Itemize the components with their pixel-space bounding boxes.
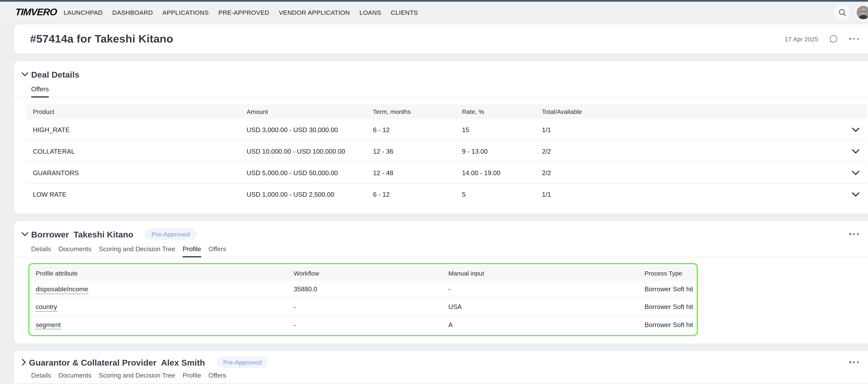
collapse-deal-details-chevron[interactable] [22,72,28,76]
tab-documents[interactable]: Documents [59,246,92,257]
nav-item-applications[interactable]: APPLICATIONS [162,9,209,16]
guarantor-role: Guarantor & Collateral Provider [29,357,157,367]
tab-profile[interactable]: Profile [183,246,201,257]
offer-total: 2/2 [542,148,844,155]
deal-details-section: Deal Details Offers Product Amount Term,… [14,61,868,214]
profile-row: segment - A Borrower Soft hit [31,316,695,333]
user-menu[interactable] [855,4,868,21]
tab-offers[interactable]: Offers [209,372,226,383]
tab-details[interactable]: Details [31,372,51,383]
offer-row: HIGH_RATE USD 3,000.00 - USD 30,000.00 6… [26,119,867,140]
deal-details-head: Deal Details [14,68,868,81]
search-button[interactable] [834,4,850,21]
profile-row: country - USA Borrower Soft hit [31,298,695,316]
guarantor-name: Alex Smith [161,357,205,367]
offers-table: Product Amount Term, months Rate, % Tota… [26,104,867,205]
tab-scoring-and-decision-tree[interactable]: Scoring and Decision Tree [99,246,175,257]
header-actions: 17 Apr 2025 [785,34,859,44]
status-badge: Pre-Approved [145,228,197,240]
chevron-down-icon [22,232,28,236]
chevron-down-icon [852,127,859,132]
profile-manual-input-value: USA [444,303,640,310]
tab-offers[interactable]: Offers [209,246,226,257]
offer-amount: USD 3,000.00 - USD 30,000.00 [247,126,373,133]
deal-tabs: Offers [14,86,868,98]
col-manual-input: Manual input [444,270,640,277]
top-strip [0,0,868,2]
tab-offers[interactable]: Offers [31,86,49,97]
comments-button[interactable] [829,34,839,44]
offer-row: LOW RATE USD 1,000.00 - USD 2,500.00 6 -… [26,184,867,205]
deal-details-title: Deal Details [31,69,80,79]
comment-icon [829,34,839,44]
offer-total: 2/2 [542,169,844,176]
avatar [857,6,868,19]
nav-item-dashboard[interactable]: DASHBOARD [112,9,153,16]
guarantor-head: Guarantor & Collateral Provider Alex Smi… [14,356,868,369]
col-product: Product [33,108,247,115]
chevron-down-icon [852,192,859,197]
offer-rate: 9 - 13.00 [462,148,542,155]
borrower-more-button[interactable] [849,233,859,235]
borrower-tabs: Details Documents Scoring and Decision T… [14,246,868,257]
col-total-available: Total/Available [542,108,844,115]
offer-rate: 15 [462,126,542,133]
expand-offer-chevron[interactable] [852,149,859,153]
guarantor-more-button[interactable] [849,361,859,363]
offer-product: COLLATERAL [33,148,247,155]
chevron-right-icon [22,359,26,365]
page-title: #57414a for Takeshi Kitano [30,32,173,45]
borrower-name: Takeshi Kitano [73,229,133,239]
app-root: TIMVERO LAUNCHPAD DASHBOARD APPLICATIONS… [0,0,868,384]
guarantor-tabs: Details Documents Scoring and Decision T… [14,372,868,384]
search-icon [838,8,846,17]
offer-term: 6 - 12 [373,191,462,198]
nav-item-loans[interactable]: LOANS [360,9,381,16]
nav-item-vendor-application[interactable]: VENDOR APPLICATION [279,9,350,16]
profile-attribute: segment [31,321,289,328]
expand-offer-chevron[interactable] [852,170,859,175]
tab-scoring-and-decision-tree[interactable]: Scoring and Decision Tree [99,372,175,383]
deal-header-card: #57414a for Takeshi Kitano 17 Apr 2025 [14,24,868,53]
profile-attribute: disposableIncome [31,286,289,292]
col-amount: Amount [247,108,373,115]
nav-item-clients[interactable]: CLIENTS [391,9,418,16]
page-content: #57414a for Takeshi Kitano 17 Apr 2025 [0,23,868,384]
tab-profile[interactable]: Profile [183,372,201,383]
chevron-down-icon [852,149,859,153]
nav-item-pre-approved[interactable]: PRE-APPROVED [218,9,269,16]
offer-amount: USD 5,000.00 - USD 50,000.00 [247,169,373,176]
ellipsis-icon [849,38,859,40]
ellipsis-icon [849,361,859,363]
offer-product: LOW RATE [33,191,247,198]
offer-row: GUARANTORS USD 5,000.00 - USD 50,000.00 … [26,162,867,184]
profile-workflow-value: - [289,303,444,310]
ellipsis-icon [849,233,859,235]
profile-workflow-value: - [289,321,444,328]
col-rate: Rate, % [462,108,542,115]
profile-manual-input-value: A [444,321,640,328]
profile-process-type: Borrower Soft hit [640,321,695,328]
expand-offer-chevron[interactable] [852,127,859,132]
offer-total: 1/1 [542,126,844,133]
col-term: Term, months [373,108,462,115]
nav-item-launchpad[interactable]: LAUNCHPAD [64,9,103,16]
borrower-role: Borrower [31,229,69,239]
collapse-borrower-chevron[interactable] [22,232,28,236]
tab-details[interactable]: Details [31,246,51,257]
expand-offer-chevron[interactable] [852,192,859,197]
offer-rate: 5 [462,191,542,198]
offer-amount: USD 1,000.00 - USD 2,500.00 [247,191,373,198]
tab-documents[interactable]: Documents [59,372,92,383]
expand-guarantor-chevron[interactable] [22,359,26,365]
chevron-down-icon [852,170,859,175]
borrower-head: Borrower Takeshi Kitano Pre-Approved [14,228,868,241]
offer-product: GUARANTORS [33,169,247,176]
col-process-type: Process Type [640,270,695,277]
profile-workflow-value: 35880.0 [289,286,444,292]
offer-rate: 14.00 - 19.00 [462,169,542,176]
brand-logo[interactable]: TIMVERO [15,7,57,18]
more-actions-button[interactable] [849,38,859,40]
offers-table-header: Product Amount Term, months Rate, % Tota… [26,104,867,119]
profile-process-type: Borrower Soft hit [640,303,695,310]
